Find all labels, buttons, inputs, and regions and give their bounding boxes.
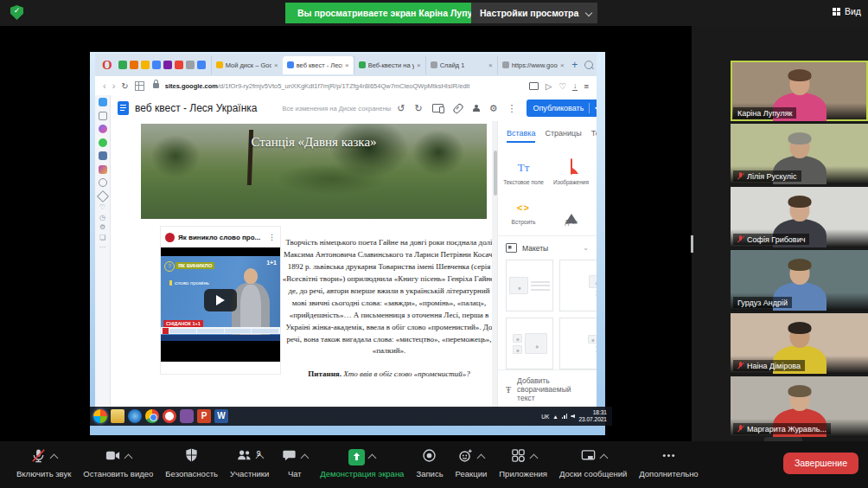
chevron-up-icon[interactable] xyxy=(301,454,310,463)
toolbar-button-9[interactable]: Доски сообщений xyxy=(553,447,633,478)
speed-dial-grid-icon[interactable] xyxy=(135,81,144,91)
pinned-bookmark-icon[interactable] xyxy=(175,61,183,69)
insert-images[interactable]: Изображения xyxy=(549,159,593,185)
flow-send-icon[interactable]: ▷ xyxy=(546,81,552,91)
reload-button[interactable]: ↻ xyxy=(121,81,128,91)
participant-video-tile[interactable]: .participants .tile:nth-child(1) .head::… xyxy=(731,61,868,121)
settings-gear-icon[interactable]: ⚙ xyxy=(489,103,498,114)
hero-banner-image[interactable]: Станція «Давня казка» xyxy=(141,124,487,219)
share-with-people-icon[interactable] xyxy=(473,105,480,112)
browser-tab[interactable]: Слайд 1× xyxy=(425,56,497,74)
toolbar-button-7[interactable]: Реакции xyxy=(450,447,494,478)
lesson-text-block[interactable]: Творчість німецького поета Гайне на довг… xyxy=(282,237,496,381)
site-title[interactable]: веб квест - Леся Українка xyxy=(135,102,258,114)
opera-menu-button[interactable]: O xyxy=(102,58,112,73)
language-indicator[interactable]: UK xyxy=(541,414,549,420)
forward-button[interactable]: › xyxy=(112,80,116,91)
close-tab-icon[interactable]: × xyxy=(560,61,565,69)
tab-pages[interactable]: Страницы xyxy=(545,129,581,143)
pinboard-icon[interactable]: ❏ xyxy=(99,235,105,241)
vk-icon[interactable] xyxy=(99,151,107,160)
tab-themes[interactable]: Темы xyxy=(591,129,597,143)
play-button[interactable] xyxy=(204,289,237,311)
bookmark-heart-icon[interactable]: ♡ xyxy=(558,81,566,91)
toolbar-button-0[interactable]: Включить звук xyxy=(10,447,77,478)
toolbar-button-3[interactable]: 9Участники xyxy=(224,447,275,478)
close-tab-icon[interactable]: × xyxy=(417,61,421,69)
chevron-up-icon[interactable] xyxy=(50,454,59,463)
layout-template-thumbnail[interactable] xyxy=(559,318,597,369)
toolbar-button-10[interactable]: Дополнительно xyxy=(633,447,704,478)
instagram-icon[interactable] xyxy=(99,165,107,174)
chevron-up-icon[interactable] xyxy=(124,454,133,463)
viber-taskbar-icon[interactable] xyxy=(180,409,194,423)
close-tab-icon[interactable]: × xyxy=(274,61,278,69)
video-menu-icon[interactable]: ⋮ xyxy=(268,233,276,241)
whatsapp-icon[interactable] xyxy=(99,138,107,147)
toolbar-button-4[interactable]: Чат xyxy=(275,447,314,478)
chevron-up-icon[interactable] xyxy=(368,454,377,463)
pinned-bookmark-icon[interactable] xyxy=(118,61,127,69)
speed-dial-icon[interactable] xyxy=(99,98,107,106)
publish-button[interactable]: Опубликовать xyxy=(527,100,597,117)
publish-dropdown-icon[interactable] xyxy=(595,107,597,113)
powerpoint-taskbar-icon[interactable]: P xyxy=(197,409,211,423)
chevron-up-icon[interactable] xyxy=(599,454,608,463)
history-icon[interactable]: ◷ xyxy=(99,215,105,221)
browser-tab[interactable]: https://www.google× xyxy=(497,56,569,74)
participant-video-tile[interactable]: .participants .tile:nth-child(6) .head::… xyxy=(731,376,868,437)
pinned-bookmark-icon[interactable] xyxy=(152,61,161,69)
chevron-up-icon[interactable] xyxy=(477,454,486,463)
pinned-bookmark-icon[interactable] xyxy=(197,61,206,69)
more-icon[interactable]: ··· xyxy=(99,245,106,250)
close-tab-icon[interactable]: × xyxy=(488,61,493,69)
more-options-icon[interactable]: ⋮ xyxy=(507,103,517,114)
toolbar-button-5[interactable]: Демонстрация экрана xyxy=(314,447,410,478)
collapse-section-icon[interactable]: ⌄ xyxy=(583,244,589,252)
tab-insert[interactable]: Вставка xyxy=(507,129,535,143)
end-meeting-button[interactable]: Завершение xyxy=(783,453,858,474)
participant-video-tile[interactable]: .participants .tile:nth-child(3) .head::… xyxy=(731,187,868,247)
toolbar-button-6[interactable]: Запись xyxy=(410,447,449,478)
chevron-up-icon[interactable] xyxy=(529,454,538,463)
layout-template-thumbnail[interactable] xyxy=(506,260,553,311)
scrollbar-thumb[interactable] xyxy=(691,235,693,253)
toolbar-button-8[interactable]: Приложения xyxy=(493,447,553,478)
word-taskbar-icon[interactable]: W xyxy=(214,409,228,423)
back-button[interactable]: ‹ xyxy=(103,80,106,91)
view-options-button[interactable]: Настройки просмотра xyxy=(471,3,597,23)
toolbar-button-2[interactable]: Безопасность xyxy=(159,447,224,478)
pinned-bookmark-icon[interactable] xyxy=(141,61,150,69)
messenger-icon[interactable] xyxy=(99,125,107,133)
layouts-section-header[interactable]: Макеты ⌄ xyxy=(498,236,597,257)
layout-template-thumbnail[interactable] xyxy=(506,318,553,369)
chrome-taskbar-icon[interactable] xyxy=(145,409,159,423)
bookmarks-heart-icon[interactable]: ♡ xyxy=(99,205,105,210)
settings-icon[interactable]: ⚙ xyxy=(99,225,105,230)
undo-icon[interactable]: ↺ xyxy=(397,103,405,114)
tray-expand-icon[interactable]: ▲ xyxy=(552,414,558,420)
pinned-bookmark-icon[interactable] xyxy=(163,61,172,69)
preview-devices-icon[interactable] xyxy=(432,104,444,112)
browser-tab[interactable]: Мой диск – Google× xyxy=(211,56,283,74)
youtube-embed[interactable]: Як виникло слово про... ⋮ ? ЯК ВИНИКЛО с… xyxy=(161,227,280,374)
url-text[interactable]: sites.google.com/d/1fOr9-ry2fmjv5Vto5_un… xyxy=(165,82,523,90)
add-collapsible-text[interactable]: Ŧ Добавить сворачиваемый текст xyxy=(498,369,597,408)
volume-icon[interactable] xyxy=(571,414,575,419)
easy-setup-menu-icon[interactable]: ≡ xyxy=(584,81,589,91)
new-tab-button[interactable]: + xyxy=(569,59,581,71)
media-player-taskbar-icon[interactable] xyxy=(128,409,142,423)
close-tab-icon[interactable]: × xyxy=(345,61,349,69)
insert-embed[interactable]: <>Встроить xyxy=(501,199,546,225)
download-icon[interactable]: ↓ xyxy=(573,81,578,90)
video-title[interactable]: Як виникло слово про... xyxy=(178,234,265,241)
search-tabs-icon[interactable] xyxy=(584,61,593,69)
copy-link-icon[interactable] xyxy=(452,102,463,113)
explorer-taskbar-icon[interactable] xyxy=(111,409,124,423)
flow-icon[interactable] xyxy=(96,189,108,202)
start-button[interactable] xyxy=(93,409,107,423)
opera-taskbar-icon[interactable] xyxy=(163,409,176,423)
insert-text-field[interactable]: ТтТекстовое поле xyxy=(501,159,546,185)
pinned-bookmark-icon[interactable] xyxy=(130,61,138,69)
view-layout-button[interactable]: Вид xyxy=(833,6,861,16)
